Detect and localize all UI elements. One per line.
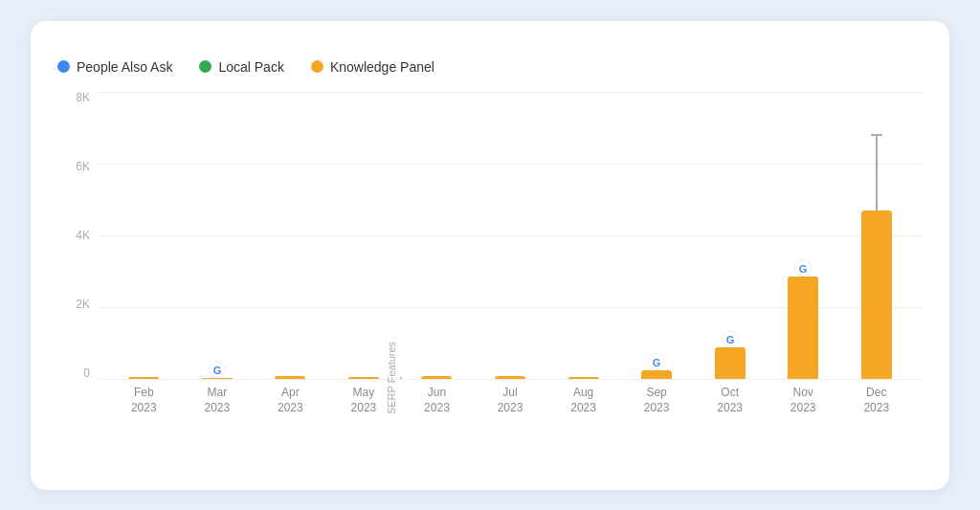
x-axis-label: Jun2023 [400,385,474,417]
legend-label: Local Pack [218,59,283,75]
chart-legend: People Also Ask Local Pack Knowledge Pan… [57,59,923,75]
x-axis-label: Sep2023 [620,385,694,417]
bar-group: G [620,370,694,379]
knowledge-panel-bar [641,370,672,379]
bar-stack: G [641,370,672,379]
knowledge-panel-bar [861,211,892,379]
bar-group: G [693,347,767,379]
x-axis-label: Feb2023 [107,385,181,417]
y-axis-label: 2K [76,299,90,310]
legend-label: People Also Ask [77,59,172,75]
y-axis: 8K6K4K2K0 [57,92,98,379]
x-axis-label: Jul2023 [474,385,547,417]
x-axis-label: Dec2023 [839,385,913,417]
bar-group: G [767,277,840,379]
chart-card: People Also Ask Local Pack Knowledge Pan… [31,21,949,490]
bar-stack: G [788,277,818,379]
bar-group [839,211,913,379]
knowledge-panel-bar [788,277,818,379]
x-axis-label: Apr2023 [254,385,327,417]
bar-stack [861,211,892,379]
chart-plot: G SERP Features G G G [98,92,923,379]
x-axis-label: Oct2023 [693,385,767,417]
google-icon: G [209,361,226,378]
legend-item: Knowledge Panel [311,59,434,75]
x-axis-label: Mar2023 [181,385,255,417]
svg-text:G: G [653,356,661,367]
y-axis-label: 8K [76,92,90,103]
svg-text:G: G [725,333,734,344]
google-icon: G [648,353,665,370]
legend-item: Local Pack [199,59,283,75]
y-axis-label: 0 [83,367,90,379]
x-axis-label: May2023 [327,385,401,417]
y-axis-label: 4K [76,230,90,241]
bars-container: G SERP Features G G G [98,92,923,379]
legend-dot [57,60,70,73]
knowledge-panel-bar [715,347,746,379]
legend-item: People Also Ask [57,59,172,75]
google-icon: G [722,330,739,347]
x-axis-label: Aug2023 [546,385,620,417]
chart-area: 8K6K4K2K0 G SERP Features G G G Feb2023M… [57,92,923,417]
svg-text:G: G [213,364,222,375]
y-axis-label: 6K [76,161,90,172]
google-icon: G [794,259,812,277]
svg-text:G: G [799,262,808,274]
legend-label: Knowledge Panel [330,59,434,75]
error-bar [876,134,878,211]
legend-dot [199,60,212,73]
x-axis-label: Nov2023 [767,385,840,417]
x-axis: Feb2023Mar2023Apr2023May2023Jun2023Jul20… [98,379,923,417]
bar-stack: G [715,347,746,379]
legend-dot [311,60,323,73]
